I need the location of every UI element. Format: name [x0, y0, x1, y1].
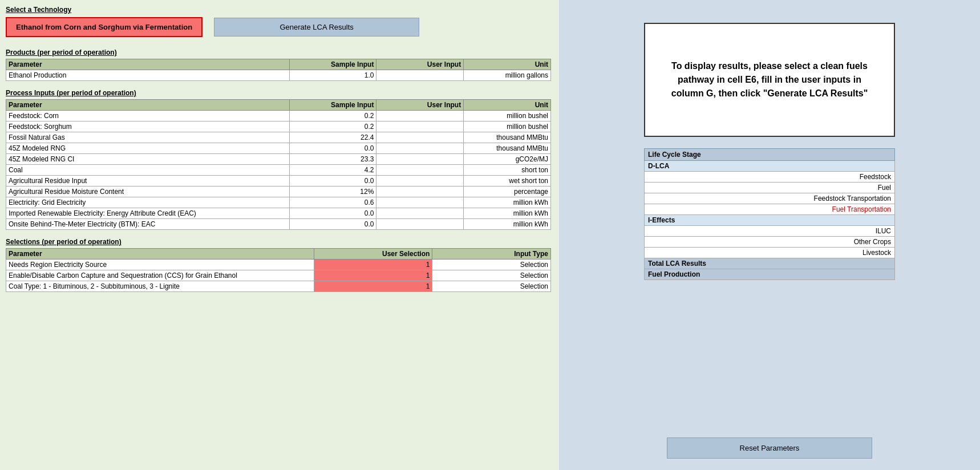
input-type-cell: Selection	[432, 281, 551, 292]
param-cell: Coal	[6, 165, 290, 176]
user-cell[interactable]	[376, 176, 464, 187]
lca-item-label: Fuel	[645, 183, 895, 193]
lca-i-item-label: ILUC	[645, 226, 895, 237]
sample-cell: 0.0	[289, 219, 376, 230]
lca-i-item-label: Livestock	[645, 248, 895, 258]
unit-cell: percentage	[464, 187, 551, 197]
user-cell[interactable]	[376, 121, 464, 132]
process-header-unit: Unit	[464, 100, 551, 111]
table-row: Onsite Behind-The-Meter Electricity (BTM…	[6, 219, 551, 230]
sel-header-user: User Selection	[314, 249, 432, 260]
unit-cell: million gallons	[464, 70, 551, 81]
process-inputs-table: Parameter Sample Input User Input Unit F…	[6, 99, 551, 230]
lca-i-item-label: Other Crops	[645, 237, 895, 248]
user-cell[interactable]	[376, 197, 464, 208]
param-cell: Agricultural Residue Moisture Content	[6, 187, 290, 197]
unit-cell: wet short ton	[464, 176, 551, 187]
table-row: Fossil Natural Gas 22.4 thousand MMBtu	[6, 132, 551, 143]
user-cell[interactable]	[376, 208, 464, 219]
table-row: Imported Renewable Electricity: Energy A…	[6, 208, 551, 219]
lca-i-item-row: Other Crops	[645, 237, 895, 248]
sample-cell: 23.3	[289, 154, 376, 165]
sample-cell: 0.2	[289, 121, 376, 132]
table-row: Ethanol Production 1.0 million gallons	[6, 70, 551, 81]
lca-i-item-row: Livestock	[645, 248, 895, 258]
selections-section-title: Selections (per period of operation)	[6, 238, 551, 246]
user-cell[interactable]	[376, 219, 464, 230]
table-row: Needs Region Electricity Source 1 Select…	[6, 260, 551, 270]
unit-cell: gCO2e/MJ	[464, 154, 551, 165]
unit-cell: thousand MMBtu	[464, 132, 551, 143]
top-controls: Ethanol from Corn and Sorghum via Fermen…	[6, 17, 551, 37]
select-technology-label: Select a Technology	[6, 6, 551, 14]
table-row: Coal 4.2 short ton	[6, 165, 551, 176]
unit-cell: million bushel	[464, 121, 551, 132]
sample-cell: 0.6	[289, 197, 376, 208]
process-header-param: Parameter	[6, 100, 290, 111]
table-row: Feedstock: Corn 0.2 million bushel	[6, 111, 551, 121]
table-row: Agricultural Residue Input 0.0 wet short…	[6, 176, 551, 187]
unit-cell: million bushel	[464, 111, 551, 121]
user-cell[interactable]	[376, 132, 464, 143]
products-header-user: User Input	[376, 59, 464, 70]
lca-item-row: Feedstock Transportation	[645, 193, 895, 204]
user-cell[interactable]	[376, 154, 464, 165]
input-type-cell: Selection	[432, 260, 551, 270]
table-row: Coal Type: 1 - Bituminous, 2 - Subbitumi…	[6, 281, 551, 292]
param-cell: Coal Type: 1 - Bituminous, 2 - Subbitumi…	[6, 281, 314, 292]
table-row: Agricultural Residue Moisture Content 12…	[6, 187, 551, 197]
products-table: Parameter Sample Input User Input Unit E…	[6, 59, 551, 81]
lca-item-label: Fuel Transportation	[645, 204, 895, 215]
d-lca-label: D-LCA	[645, 161, 895, 172]
products-header-param: Parameter	[6, 59, 290, 70]
input-type-cell: Selection	[432, 270, 551, 281]
param-cell: Fossil Natural Gas	[6, 132, 290, 143]
sample-cell: 22.4	[289, 132, 376, 143]
lca-table-container: Life Cycle Stage D-LCAFeedstockFuelFeeds…	[644, 148, 895, 282]
table-row: Feedstock: Sorghum 0.2 million bushel	[6, 121, 551, 132]
lca-fuel-row: Fuel Production	[645, 269, 895, 280]
lca-d-lca-row: D-LCA	[645, 161, 895, 172]
param-cell: Imported Renewable Electricity: Energy A…	[6, 208, 290, 219]
reset-button[interactable]: Reset Parameters	[667, 437, 872, 459]
param-cell: Ethanol Production	[6, 70, 290, 81]
lca-item-row: Fuel Transportation	[645, 204, 895, 215]
lca-header: Life Cycle Stage	[645, 149, 895, 161]
sel-header-type: Input Type	[432, 249, 551, 260]
user-sel-cell[interactable]: 1	[314, 260, 432, 270]
param-cell: Agricultural Residue Input	[6, 176, 290, 187]
table-row: Electricity: Grid Electricity 0.6 millio…	[6, 197, 551, 208]
lca-i-item-row: ILUC	[645, 226, 895, 237]
unit-cell: million kWh	[464, 197, 551, 208]
sample-cell: 0.0	[289, 208, 376, 219]
table-row: 45Z Modeled RNG 0.0 thousand MMBtu	[6, 143, 551, 154]
fuel-label: Fuel Production	[645, 269, 895, 280]
lca-item-label: Feedstock	[645, 172, 895, 183]
sample-cell: 12%	[289, 187, 376, 197]
left-panel: Select a Technology Ethanol from Corn an…	[0, 0, 559, 470]
user-cell[interactable]	[376, 70, 464, 81]
param-cell: Feedstock: Corn	[6, 111, 290, 121]
process-header-user: User Input	[376, 100, 464, 111]
table-row: Enable/Disable Carbon Capture and Seques…	[6, 270, 551, 281]
unit-cell: million kWh	[464, 219, 551, 230]
technology-button[interactable]: Ethanol from Corn and Sorghum via Fermen…	[6, 17, 203, 37]
generate-lca-button[interactable]: Generate LCA Results	[214, 18, 419, 37]
products-header-unit: Unit	[464, 59, 551, 70]
user-cell[interactable]	[376, 187, 464, 197]
unit-cell: million kWh	[464, 208, 551, 219]
user-cell[interactable]	[376, 165, 464, 176]
info-box: To display results, please select a clea…	[644, 23, 895, 137]
user-cell[interactable]	[376, 111, 464, 121]
process-inputs-section-title: Process Inputs (per period of operation)	[6, 89, 551, 97]
unit-cell: short ton	[464, 165, 551, 176]
user-sel-cell[interactable]: 1	[314, 281, 432, 292]
user-cell[interactable]	[376, 143, 464, 154]
param-cell: Onsite Behind-The-Meter Electricity (BTM…	[6, 219, 290, 230]
param-cell: 45Z Modeled RNG CI	[6, 154, 290, 165]
total-label: Total LCA Results	[645, 258, 895, 269]
user-sel-cell[interactable]: 1	[314, 270, 432, 281]
lca-table: Life Cycle Stage D-LCAFeedstockFuelFeeds…	[644, 148, 895, 280]
lca-i-effects-row: I-Effects	[645, 215, 895, 226]
param-cell: 45Z Modeled RNG	[6, 143, 290, 154]
